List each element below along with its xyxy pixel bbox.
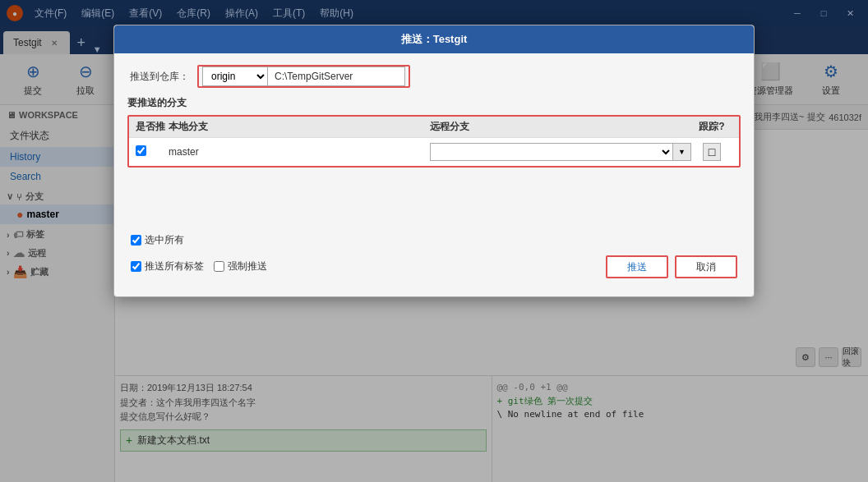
- dialog-middle-space: [127, 168, 741, 233]
- remote-branch-select[interactable]: [430, 143, 673, 161]
- push-tags-checkbox[interactable]: [131, 261, 141, 272]
- cancel-action-button[interactable]: 取消: [675, 255, 737, 278]
- force-push-checkbox[interactable]: [214, 261, 224, 272]
- branch-row: master ▼ □: [129, 138, 739, 166]
- branches-table-header: 是否推 本地分支 远程分支 跟踪?: [129, 117, 739, 138]
- dialog-actions: 推送 取消: [606, 252, 737, 280]
- push-tags-checkbox-label[interactable]: 推送所有标签: [131, 259, 204, 273]
- remote-select-arrow[interactable]: ▼: [673, 143, 691, 161]
- push-options-row: 推送所有标签 强制推送 推送 取消: [127, 252, 741, 280]
- repo-select-box: origin: [197, 65, 410, 88]
- select-all-checkbox-label[interactable]: 选中所有: [131, 233, 184, 247]
- branch-local-name: master: [169, 146, 430, 158]
- branch-track-cell: □: [691, 143, 732, 161]
- dialog-overlay: 推送：Testgit 推送到仓库： origin 要推送的分支 是否推: [0, 0, 868, 482]
- dialog-title: 推送：Testgit: [401, 32, 468, 47]
- col-remote-header: 远程分支: [430, 120, 691, 134]
- repo-row: 推送到仓库： origin: [127, 65, 741, 88]
- col-track-header: 跟踪?: [691, 120, 732, 134]
- push-dialog: 推送：Testgit 推送到仓库： origin 要推送的分支 是否推: [113, 25, 755, 297]
- track-button[interactable]: □: [703, 143, 721, 161]
- push-tags-label: 推送所有标签: [145, 259, 204, 273]
- push-options-left: 推送所有标签 强制推送: [131, 259, 267, 273]
- dialog-title-bar: 推送：Testgit: [114, 25, 754, 53]
- remote-select-wrapper: ▼: [430, 143, 691, 161]
- select-all-label: 选中所有: [145, 233, 184, 247]
- select-all-checkbox[interactable]: [131, 235, 141, 246]
- branches-table: 是否推 本地分支 远程分支 跟踪? master ▼: [127, 115, 741, 168]
- branch-checkbox[interactable]: [136, 145, 146, 156]
- branch-remote-cell: ▼: [430, 143, 691, 161]
- repo-label: 推送到仓库：: [127, 70, 189, 84]
- force-push-label: 强制推送: [228, 259, 267, 273]
- push-action-button[interactable]: 推送: [606, 255, 668, 278]
- branches-section-title: 要推送的分支: [127, 96, 741, 110]
- col-check-header: 是否推: [136, 120, 169, 134]
- dialog-body: 推送到仓库： origin 要推送的分支 是否推 本地分支 远程分支 跟踪?: [114, 53, 754, 296]
- repo-path-input[interactable]: [268, 67, 405, 86]
- force-push-checkbox-label[interactable]: 强制推送: [214, 259, 267, 273]
- select-all-row: 选中所有: [127, 233, 741, 247]
- col-local-header: 本地分支: [169, 120, 430, 134]
- repo-select[interactable]: origin: [202, 67, 268, 86]
- branch-checkbox-cell: [136, 145, 169, 158]
